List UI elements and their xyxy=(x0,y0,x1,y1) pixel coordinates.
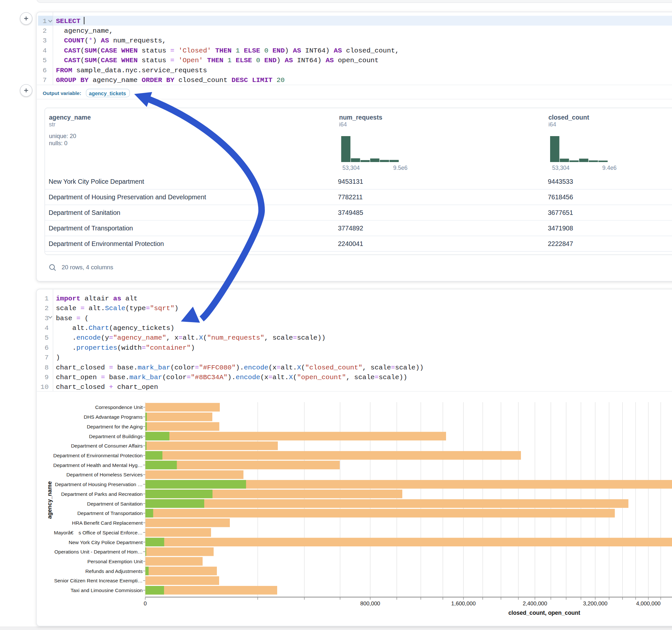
svg-text:Department of Sanitation: Department of Sanitation xyxy=(49,209,120,216)
svg-text:chart_open = base.mark_bar(col: chart_open = base.mark_bar(color="#8BC34… xyxy=(56,374,407,381)
svg-text:5: 5 xyxy=(44,334,49,342)
svg-text:agency_name,: agency_name, xyxy=(56,27,113,35)
svg-text:9.4e6: 9.4e6 xyxy=(602,165,617,171)
svg-text:Department of Housing Preserva: Department of Housing Preservation and D… xyxy=(49,193,206,201)
svg-text:New York City Police Departmen: New York City Police Department xyxy=(69,539,143,545)
svg-text:7: 7 xyxy=(44,354,49,361)
svg-text:6: 6 xyxy=(44,344,49,352)
svg-text:New York City Police Departmen: New York City Police Department xyxy=(49,178,144,185)
svg-text:i64: i64 xyxy=(339,121,347,128)
svg-text:DHS Advantage Programs: DHS Advantage Programs xyxy=(83,414,143,420)
svg-text:6: 6 xyxy=(43,67,47,74)
svg-text:Senior Citizen Rent Increase E: Senior Citizen Rent Increase Exempti… xyxy=(54,578,143,583)
svg-text:SELECT: SELECT xyxy=(56,18,84,25)
svg-text:Department of Transportation: Department of Transportation xyxy=(49,224,133,232)
svg-text:Department of Consumer Affairs: Department of Consumer Affairs xyxy=(71,443,143,449)
svg-text:10: 10 xyxy=(41,383,49,391)
svg-text:8: 8 xyxy=(44,364,49,371)
svg-text:1: 1 xyxy=(43,18,47,25)
svg-text:.encode(y="agency_name", x=alt: .encode(y="agency_name", x=alt.X("num_re… xyxy=(56,334,326,342)
svg-text:2: 2 xyxy=(44,305,49,312)
svg-text:2,400,000: 2,400,000 xyxy=(523,601,547,607)
svg-text:3677651: 3677651 xyxy=(548,209,573,216)
svg-text:4,000,000: 4,000,000 xyxy=(636,601,661,607)
svg-text:GROUP BY agency_name ORDER BY: GROUP BY agency_name ORDER BY closed_cou… xyxy=(56,76,285,84)
svg-text:3: 3 xyxy=(44,315,49,322)
svg-text:9.5e6: 9.5e6 xyxy=(393,165,407,171)
svg-text:base = (: base = ( xyxy=(56,315,89,322)
svg-text:Department of Environmental Pr: Department of Environmental Protection xyxy=(53,453,143,458)
svg-text:3: 3 xyxy=(43,37,47,44)
svg-text:Department for the Aging: Department for the Aging xyxy=(87,424,143,429)
svg-text:Refunds and Adjustments: Refunds and Adjustments xyxy=(85,568,143,574)
svg-text:Output variable:: Output variable: xyxy=(43,91,81,96)
svg-text:800,000: 800,000 xyxy=(360,601,380,607)
svg-text:7782211: 7782211 xyxy=(338,193,363,201)
svg-text:7: 7 xyxy=(43,76,47,84)
svg-text:alt.Chart(agency_tickets): alt.Chart(agency_tickets) xyxy=(56,324,174,332)
svg-text:7618456: 7618456 xyxy=(548,193,573,201)
svg-text:Department of Health and Menta: Department of Health and Mental Hyg… xyxy=(53,462,143,468)
svg-text:2: 2 xyxy=(43,27,47,35)
svg-text:Department of Parks and Recrea: Department of Parks and Recreation xyxy=(61,491,143,497)
svg-text:closed_count, open_count: closed_count, open_count xyxy=(508,610,580,616)
svg-text:Department of Homeless Service: Department of Homeless Services xyxy=(67,472,143,477)
svg-text:Department of Transportation: Department of Transportation xyxy=(77,510,143,516)
svg-text:53,304: 53,304 xyxy=(552,165,570,171)
svg-text:HRA Benefit Card Replacement: HRA Benefit Card Replacement xyxy=(72,520,143,526)
svg-text:FROM sample_data.nyc.service_r: FROM sample_data.nyc.service_requests xyxy=(56,67,207,74)
svg-text:0: 0 xyxy=(144,601,146,607)
svg-text:Operations Unit - Department o: Operations Unit - Department of Hom… xyxy=(54,549,143,555)
svg-text:nulls: 0: nulls: 0 xyxy=(49,140,67,146)
svg-text:Department of Environmental Pr: Department of Environmental Protection xyxy=(49,240,164,247)
svg-text:chart_closed = base.mark_bar(c: chart_closed = base.mark_bar(color="#FFC… xyxy=(56,364,424,371)
svg-text:chart_closed + chart_open: chart_closed + chart_open xyxy=(56,383,158,391)
svg-text:unique: 20: unique: 20 xyxy=(49,133,76,139)
svg-text:COUNT(*) AS num_requests,: COUNT(*) AS num_requests, xyxy=(56,37,166,44)
svg-text:agency_tickets: agency_tickets xyxy=(89,91,126,96)
svg-text:3749485: 3749485 xyxy=(338,209,363,216)
svg-text:import altair as alt: import altair as alt xyxy=(56,295,138,302)
svg-text:3,200,000: 3,200,000 xyxy=(583,601,607,607)
svg-text:5: 5 xyxy=(43,57,47,64)
svg-text:i64: i64 xyxy=(549,121,556,128)
svg-text:3774892: 3774892 xyxy=(338,224,363,232)
svg-text:4: 4 xyxy=(43,47,47,54)
svg-text:Department of Housing Preserva: Department of Housing Preservation … xyxy=(55,482,143,487)
svg-text:1: 1 xyxy=(44,295,49,302)
svg-text:Department of Buildings: Department of Buildings xyxy=(89,434,143,439)
svg-text:num_requests: num_requests xyxy=(339,114,382,121)
svg-text:20 rows, 4 columns: 20 rows, 4 columns xyxy=(62,264,113,271)
svg-text:scale = alt.Scale(type="sqrt"): scale = alt.Scale(type="sqrt") xyxy=(56,305,178,312)
svg-text:9443533: 9443533 xyxy=(548,178,573,185)
svg-text:9453131: 9453131 xyxy=(338,178,363,185)
svg-text:agency_name: agency_name xyxy=(49,114,91,121)
svg-text:): ) xyxy=(56,354,60,361)
svg-text:Taxi and Limousine Commission: Taxi and Limousine Commission xyxy=(71,587,143,593)
svg-text:Department of Sanitation: Department of Sanitation xyxy=(87,501,143,507)
svg-text:Personal Exemption Unit: Personal Exemption Unit xyxy=(87,559,143,564)
svg-text:Mayorâ€ s Office of Special En: Mayorâ€ s Office of Special Enforce… xyxy=(54,530,143,535)
svg-text:2222847: 2222847 xyxy=(548,240,573,247)
svg-text:9: 9 xyxy=(44,374,49,381)
svg-text:4: 4 xyxy=(44,324,49,332)
svg-text:53,304: 53,304 xyxy=(342,165,360,171)
svg-text:2240041: 2240041 xyxy=(338,240,363,247)
svg-text:3471908: 3471908 xyxy=(548,224,573,232)
svg-text:CAST(SUM(CASE WHEN status = 'O: CAST(SUM(CASE WHEN status = 'Open' THEN … xyxy=(56,57,379,64)
svg-text:closed_count: closed_count xyxy=(549,114,589,121)
svg-text:Correspondence Unit: Correspondence Unit xyxy=(95,405,143,410)
svg-text:CAST(SUM(CASE WHEN status = 'C: CAST(SUM(CASE WHEN status = 'Closed' THE… xyxy=(56,47,399,54)
svg-text:agency_name: agency_name xyxy=(46,481,53,519)
svg-text:str: str xyxy=(49,121,55,128)
svg-text:1,600,000: 1,600,000 xyxy=(451,601,476,607)
svg-text:.properties(width="container"): .properties(width="container") xyxy=(56,344,195,352)
